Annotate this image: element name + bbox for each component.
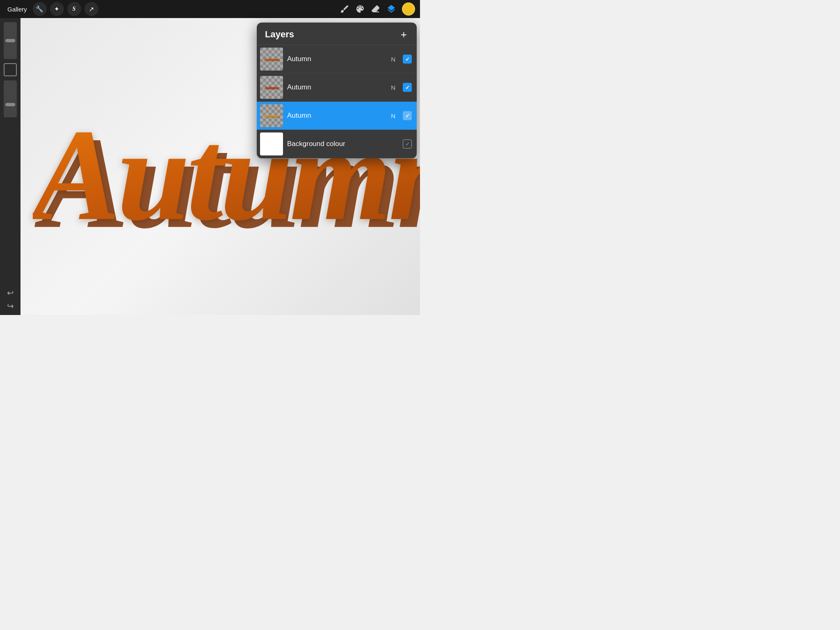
checkmark-icon: ✓ [405,113,410,119]
layer-blend-mode: N [391,56,395,63]
layer-thumbnail-background [260,132,283,155]
layer-name: Background colour [287,140,399,148]
top-toolbar: Gallery 🔧 ✦ S ↗ [0,0,420,18]
magic-wand-icon: ✦ [54,5,59,13]
eraser-icon [371,4,381,14]
layers-panel: Layers + Autumn Autumn N ✓ Autumn Autumn… [257,23,417,158]
layers-header: Layers + [257,23,417,45]
selection-button[interactable]: S [67,2,81,16]
left-sidebar: ↩ ↪ [0,18,21,315]
checkmark-icon: ✓ [405,142,410,147]
layer-visibility-checkbox[interactable]: ✓ [403,55,412,64]
layers-title: Layers [265,29,294,40]
layer-thumb-text: Autumn [260,48,283,71]
toolbar-left: Gallery 🔧 ✦ S ↗ [5,2,98,16]
layer-thumbnail: Autumn [260,104,283,127]
layer-name: Autumn [287,55,387,63]
layer-visibility-checkbox[interactable]: ✓ [403,111,412,120]
layer-thumb-text: Autumn [260,104,283,127]
toolbar-right [340,2,415,16]
brush-size-slider[interactable] [4,22,17,59]
undo-button[interactable]: ↩ [7,288,14,298]
layer-item[interactable]: Autumn Autumn N ✓ [257,73,417,102]
layer-thumbnail: Autumn [260,76,283,99]
color-swatch[interactable] [402,2,415,16]
eraser-tool-button[interactable] [371,4,381,14]
smudge-tool-button[interactable] [355,4,365,14]
brush-size-indicator [5,39,15,42]
gallery-button[interactable]: Gallery [5,4,30,14]
layer-item[interactable]: Autumn Autumn N ✓ [257,45,417,73]
background-colour-layer[interactable]: Background colour ✓ [257,130,417,158]
add-layer-button[interactable]: + [399,29,409,40]
layer-thumbnail: Autumn [260,48,283,71]
brush-tool-button[interactable] [340,4,349,14]
transform-icon: ↗ [89,5,94,13]
wrench-icon: 🔧 [36,5,43,13]
layer-visibility-checkbox[interactable]: ✓ [403,83,412,92]
smudge-icon [355,4,365,14]
layers-icon [386,4,396,14]
layer-blend-mode: N [391,84,395,91]
brush-icon [340,4,349,14]
sidebar-extra-button[interactable] [4,63,17,76]
layer-name: Autumn [287,112,387,120]
opacity-indicator [5,103,15,106]
opacity-slider[interactable] [4,80,17,117]
layer-item-active[interactable]: Autumn Autumn N ✓ [257,102,417,130]
layer-name: Autumn [287,83,387,91]
layers-tool-button[interactable] [386,4,396,14]
redo-button[interactable]: ↪ [7,301,14,311]
layer-thumb-text: Autumn [260,76,283,99]
wrench-button[interactable]: 🔧 [33,2,47,16]
checkmark-icon: ✓ [405,57,410,62]
selection-icon: S [73,6,76,12]
layer-visibility-checkbox[interactable]: ✓ [403,139,412,148]
magic-wand-button[interactable]: ✦ [50,2,64,16]
transform-button[interactable]: ↗ [84,2,98,16]
checkmark-icon: ✓ [405,85,410,90]
layer-blend-mode: N [391,112,395,119]
